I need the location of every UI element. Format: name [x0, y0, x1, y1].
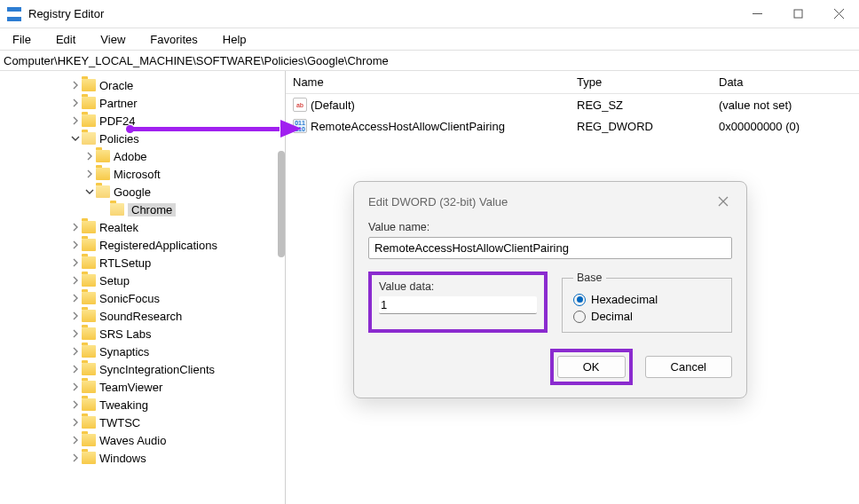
chevron-right-icon[interactable]	[69, 329, 82, 338]
chevron-right-icon[interactable]	[69, 98, 82, 107]
value-name-input[interactable]	[368, 237, 732, 259]
tree-item-label: Waves Audio	[99, 434, 166, 447]
folder-icon	[82, 310, 96, 322]
minimize-button[interactable]	[737, 0, 777, 28]
folder-icon	[82, 132, 96, 145]
value-type: REG_DWORD	[570, 120, 712, 133]
chevron-right-icon[interactable]	[69, 294, 82, 303]
maximize-button[interactable]	[777, 0, 818, 28]
menu-favorites[interactable]: Favorites	[145, 31, 202, 48]
chevron-right-icon[interactable]	[69, 240, 82, 249]
tree-item-label: Synaptics	[99, 345, 149, 358]
tree-item[interactable]: Google	[0, 183, 285, 201]
ok-button[interactable]: OK	[557, 356, 626, 378]
chevron-right-icon[interactable]	[69, 453, 82, 462]
tree-item-label: Windows	[99, 452, 146, 465]
tree-item-label: Partner	[99, 97, 138, 110]
chevron-right-icon[interactable]	[69, 81, 82, 90]
menu-file[interactable]: File	[7, 31, 36, 48]
folder-icon	[82, 239, 96, 251]
tree-item[interactable]: Partner	[0, 94, 285, 112]
address-bar[interactable]: Computer\HKEY_LOCAL_MACHINE\SOFTWARE\Pol…	[0, 50, 859, 71]
tree-item[interactable]: PDF24	[0, 112, 285, 130]
list-body: ab(Default)REG_SZ(value not set)011 110R…	[286, 94, 859, 137]
menu-view[interactable]: View	[95, 31, 130, 48]
list-row[interactable]: 011 110RemoteAccessHostAllowClientPairin…	[286, 115, 859, 137]
titlebar: Registry Editor	[0, 0, 859, 28]
svg-rect-1	[794, 10, 802, 18]
tree-item-label: SoundResearch	[99, 310, 182, 323]
tree-item[interactable]: Waves Audio	[0, 431, 285, 449]
folder-icon	[82, 345, 96, 358]
tree-item[interactable]: Policies	[0, 130, 285, 147]
chevron-right-icon[interactable]	[69, 436, 82, 445]
dialog-close-button[interactable]	[714, 193, 732, 210]
radio-dec-label: Decimal	[591, 310, 633, 323]
chevron-right-icon[interactable]	[83, 152, 96, 161]
cancel-button[interactable]: Cancel	[645, 356, 732, 378]
value-name: (Default)	[311, 98, 355, 112]
window-title: Registry Editor	[28, 7, 104, 20]
chevron-right-icon[interactable]	[69, 347, 82, 356]
tree-item-label: Microsoft	[114, 168, 161, 181]
tree-item[interactable]: TeamViewer	[0, 378, 285, 396]
tree-item[interactable]: TWTSC	[0, 413, 285, 431]
tree-item[interactable]: RTLSetup	[0, 254, 285, 272]
list-header[interactable]: Name Type Data	[286, 71, 859, 94]
chevron-right-icon[interactable]	[69, 223, 82, 232]
radio-hex-label: Hexadecimal	[591, 293, 658, 306]
folder-icon	[82, 97, 96, 109]
tree-item[interactable]: Chrome	[0, 201, 285, 218]
close-button[interactable]	[818, 0, 859, 28]
tree-item-label: SonicFocus	[99, 292, 160, 305]
chevron-right-icon[interactable]	[69, 258, 82, 267]
folder-icon	[82, 292, 96, 304]
chevron-right-icon[interactable]	[69, 311, 82, 320]
chevron-down-icon[interactable]	[83, 187, 96, 196]
ok-highlight: OK	[550, 349, 633, 385]
folder-icon	[82, 416, 96, 429]
folder-icon	[96, 168, 110, 180]
radio-hexadecimal[interactable]: Hexadecimal	[573, 293, 721, 306]
col-header-type[interactable]: Type	[570, 75, 712, 89]
tree-item-label: RTLSetup	[99, 256, 151, 270]
radio-decimal[interactable]: Decimal	[573, 310, 721, 323]
chevron-right-icon[interactable]	[69, 382, 82, 391]
list-row[interactable]: ab(Default)REG_SZ(value not set)	[286, 94, 859, 115]
menu-help[interactable]: Help	[217, 31, 252, 48]
tree-item[interactable]: Adobe	[0, 147, 285, 165]
col-header-name[interactable]: Name	[286, 75, 570, 89]
tree-item[interactable]: SoundResearch	[0, 307, 285, 325]
chevron-right-icon[interactable]	[69, 400, 82, 409]
tree-item[interactable]: Realtek	[0, 218, 285, 236]
col-header-data[interactable]: Data	[712, 75, 859, 89]
tree-item[interactable]: Synaptics	[0, 343, 285, 360]
folder-icon	[82, 256, 96, 269]
tree-scrollbar[interactable]	[278, 151, 285, 257]
tree-item[interactable]: Microsoft	[0, 165, 285, 183]
chevron-right-icon[interactable]	[69, 276, 82, 285]
chevron-down-icon[interactable]	[69, 134, 82, 143]
tree-item[interactable]: SRS Labs	[0, 325, 285, 343]
chevron-right-icon[interactable]	[69, 365, 82, 374]
tree-item-label: SyncIntegrationClients	[99, 363, 215, 376]
tree-item[interactable]: SonicFocus	[0, 289, 285, 307]
tree-item[interactable]: Windows	[0, 449, 285, 467]
tree-item[interactable]: Setup	[0, 272, 285, 289]
folder-icon	[82, 452, 96, 464]
tree-pane[interactable]: OraclePartnerPDF24PoliciesAdobeMicrosoft…	[0, 71, 286, 504]
tree-item-label: Adobe	[114, 150, 147, 163]
tree-item-label: Oracle	[99, 79, 133, 92]
tree-item-label: RegisteredApplications	[99, 239, 217, 252]
tree-item[interactable]: RegisteredApplications	[0, 236, 285, 254]
tree-item-label: Setup	[99, 274, 130, 287]
chevron-right-icon[interactable]	[69, 418, 82, 427]
tree-item[interactable]: SyncIntegrationClients	[0, 360, 285, 378]
value-data-input[interactable]	[379, 296, 537, 314]
menu-edit[interactable]: Edit	[51, 31, 81, 48]
tree-item[interactable]: Oracle	[0, 76, 285, 94]
tree-item[interactable]: Tweaking	[0, 396, 285, 413]
chevron-right-icon[interactable]	[83, 169, 96, 178]
tree-item-label: Chrome	[128, 203, 176, 217]
chevron-right-icon[interactable]	[69, 116, 82, 125]
